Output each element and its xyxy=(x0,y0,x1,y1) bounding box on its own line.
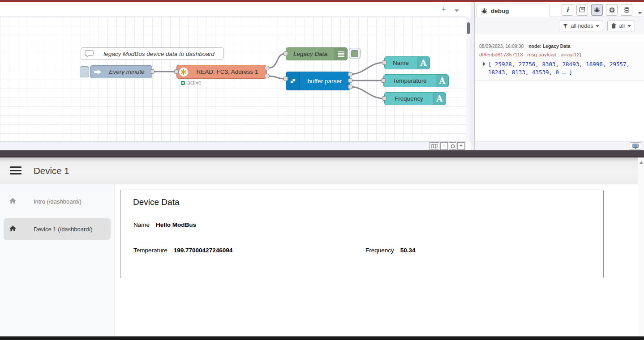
ui-text-name-label: Name xyxy=(385,60,417,66)
parser-output-port-3[interactable] xyxy=(348,85,352,89)
dashboard-body: Intro (/dashboard/) Device 1 (/dashboard… xyxy=(0,184,644,336)
modbus-output-port-1[interactable] xyxy=(265,66,269,70)
dashboard-sidebar: Intro (/dashboard/) Device 1 (/dashboard… xyxy=(0,184,115,336)
parser-input-port[interactable] xyxy=(283,76,288,81)
sidebar-splitter[interactable] xyxy=(471,2,475,150)
chevron-down-icon xyxy=(627,25,631,27)
modbus-input-port[interactable] xyxy=(174,69,179,74)
debug-toolbar: all nodes all xyxy=(475,17,644,34)
zoom-reset-icon xyxy=(451,144,455,149)
flow-list-button[interactable] xyxy=(455,6,463,14)
chevron-down-icon xyxy=(596,25,599,27)
comment-node[interactable]: legacy ModBus device data to dashboard xyxy=(81,47,224,60)
canvas-footer-bar: − + xyxy=(0,141,466,150)
book-icon xyxy=(579,7,586,13)
inject-node[interactable]: Every minute xyxy=(90,65,152,78)
nav-item-device-1[interactable]: Device 1 (/dashboard/) xyxy=(4,218,111,240)
debug-message-timestamp: 08/09/2023, 16:09:30 xyxy=(479,43,524,49)
navigator-button[interactable] xyxy=(429,142,439,150)
comment-bubble-icon xyxy=(85,50,94,58)
debug-message-payload: [ 25928, 27756, 8303, 28493, 16996, 2955… xyxy=(488,60,640,76)
database-icon xyxy=(623,7,630,13)
dashboard-scrollbar[interactable] xyxy=(638,157,644,336)
debug-filter-label: all nodes xyxy=(571,23,593,29)
sidebar-menu-button[interactable] xyxy=(638,8,642,16)
tab-debug[interactable]: debug xyxy=(476,4,550,17)
map-icon xyxy=(431,144,438,149)
canvas-vertical-scrollbar[interactable] xyxy=(466,17,471,141)
monitor-icon xyxy=(632,144,639,149)
debug-message-list: 08/09/2023, 16:09:30 node: Legacy Data d… xyxy=(475,34,644,141)
debug-message[interactable]: 08/09/2023, 16:09:30 node: Legacy Data d… xyxy=(475,40,644,81)
debug-clear-button[interactable]: all xyxy=(607,21,635,31)
add-flow-button[interactable]: + xyxy=(438,4,449,15)
home-icon xyxy=(9,197,17,206)
debug-message-path: df8ecbd817357113 : msg.payload : array[1… xyxy=(479,52,640,57)
workspace-tab-bar: + xyxy=(0,2,466,17)
debug-node-label: Legacy Data xyxy=(286,51,335,57)
text-widget-icon: A xyxy=(433,93,446,105)
trash-icon xyxy=(611,23,616,29)
ui-text-node-temperature[interactable]: Temperature A xyxy=(383,74,449,87)
modbus-read-node[interactable]: READ: FC3, Address 1 xyxy=(176,65,267,79)
field-value: 50.34 xyxy=(400,247,416,254)
zoom-in-button[interactable]: + xyxy=(457,142,465,150)
debug-enable-toggle-knob xyxy=(351,50,358,57)
field-temperature: Temperature199.77000427246094 xyxy=(133,247,232,254)
buffer-parser-node[interactable]: buffer parser xyxy=(286,72,350,90)
ui-text-temperature-label: Temperature xyxy=(384,77,436,84)
debug-output-icon xyxy=(335,48,347,60)
card-title: Device Data xyxy=(133,197,180,207)
home-icon xyxy=(9,225,17,234)
debug-filter-button[interactable]: all nodes xyxy=(559,21,603,31)
canvas-scrollbar-thumb[interactable] xyxy=(467,22,470,34)
info-sidebar-button[interactable]: i xyxy=(562,4,573,16)
context-data-button[interactable] xyxy=(621,4,632,16)
ui-frequency-input-port[interactable] xyxy=(382,96,386,101)
field-frequency: Frequency50.34 xyxy=(365,247,416,254)
scroll-up-arrow[interactable] xyxy=(640,161,643,164)
modbus-icon xyxy=(179,68,188,76)
ui-text-node-name[interactable]: Name A xyxy=(384,56,430,69)
field-label: Name xyxy=(133,221,150,228)
inject-arrow-icon xyxy=(94,68,102,76)
debug-input-port[interactable] xyxy=(283,51,288,56)
ui-text-node-frequency[interactable]: Frequency A xyxy=(384,92,446,105)
modbus-read-node-label: READ: FC3, Address 1 xyxy=(188,68,266,75)
config-nodes-button[interactable] xyxy=(606,4,618,16)
bottom-edge-bar xyxy=(0,336,644,340)
debug-sidebar: debug i xyxy=(475,2,644,150)
inject-node-label: Every minute xyxy=(102,68,152,75)
funnel-icon xyxy=(563,24,568,29)
inject-trigger-button[interactable] xyxy=(80,66,89,77)
debug-tab-label: debug xyxy=(491,8,509,14)
nav-item-label: Device 1 (/dashboard/) xyxy=(34,226,93,233)
window-divider xyxy=(0,150,644,157)
help-sidebar-button[interactable] xyxy=(576,4,588,16)
zoom-out-button[interactable]: − xyxy=(440,142,448,150)
debug-node-legacy-data[interactable]: Legacy Data xyxy=(286,47,348,60)
screen: + legacy ModBus device data to d xyxy=(0,0,644,340)
inject-output-port[interactable] xyxy=(150,69,155,74)
parser-output-port-1[interactable] xyxy=(348,72,352,76)
info-icon: i xyxy=(566,6,568,13)
ui-name-input-port[interactable] xyxy=(382,60,386,65)
debug-sidebar-button[interactable] xyxy=(591,4,603,16)
dashboard-header: Device 1 xyxy=(0,157,644,184)
modbus-node-status: active xyxy=(181,80,201,86)
flow-canvas[interactable]: legacy ModBus device data to dashboard E… xyxy=(0,17,466,141)
page-title: Device 1 xyxy=(34,166,69,176)
parser-output-port-2[interactable] xyxy=(348,78,352,83)
ui-text-frequency-label: Frequency xyxy=(385,95,433,102)
ui-temperature-input-port[interactable] xyxy=(381,78,386,83)
debug-footer-bar xyxy=(475,141,644,150)
field-value: 199.77000427246094 xyxy=(174,247,232,254)
debug-enable-toggle[interactable] xyxy=(349,48,361,59)
open-debug-window-button[interactable] xyxy=(630,142,641,150)
zoom-reset-button[interactable] xyxy=(449,142,456,150)
bug-icon xyxy=(594,7,600,13)
expand-payload-icon[interactable] xyxy=(483,62,485,66)
menu-toggle-button[interactable] xyxy=(10,166,21,175)
modbus-output-port-2[interactable] xyxy=(265,74,269,78)
nav-item-intro[interactable]: Intro (/dashboard/) xyxy=(0,191,114,212)
